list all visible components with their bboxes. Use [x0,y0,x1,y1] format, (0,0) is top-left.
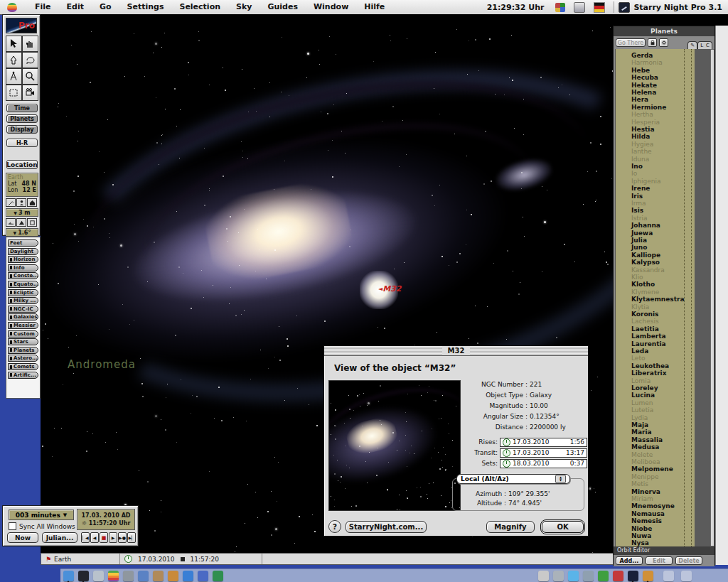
planets-list[interactable]: GerdaHarmoniaHebeHecubaHekateHelenaHeraH… [615,49,710,546]
planet-item-koronis[interactable]: Koronis [631,311,658,318]
menu-window[interactable]: Window [306,0,356,14]
horizon-flat-icon[interactable] [6,218,16,227]
alien-icon[interactable] [598,571,609,581]
planet-item-maria[interactable]: Maria [631,429,652,436]
planet-item-lydia[interactable]: Lydia [631,414,648,421]
planet-item-kalypso[interactable]: Kalypso [631,259,660,266]
layer-button-daylight[interactable]: Daylight [8,248,38,255]
layer-button-planets[interactable]: Planets [8,347,38,354]
apple-icon[interactable] [108,571,119,581]
status-datetime[interactable]: 17.03.2010 11:57:20 [120,554,262,564]
layer-button-ecliptic[interactable]: Ecliptic [8,289,38,296]
play-back-button[interactable]: ◀ [90,532,99,543]
layer-button-milky[interactable]: Milky ... [8,297,38,304]
coordinate-system-dropdown[interactable]: Local (Alt/Az) ▲▼ [456,474,570,484]
layer-button-comets[interactable]: Comets [8,363,38,370]
planet-item-irma[interactable]: Irma [631,200,646,207]
planet-item-julia[interactable]: Julia [631,237,647,244]
layer-button-messier[interactable]: Messier [8,322,38,329]
address-book-icon[interactable] [153,571,164,581]
planet-item-hestia[interactable]: Hestia [631,126,654,133]
planet-item-leukothea[interactable]: Leukothea [631,362,669,370]
planet-item-nuwa[interactable]: Nuwa [631,532,651,539]
menu-guides[interactable]: Guides [259,0,306,14]
toaster-icon[interactable] [538,571,549,581]
marker-tool-icon[interactable] [6,198,16,207]
disk-icon[interactable] [663,571,674,581]
stop-button[interactable]: ■ [100,532,108,543]
lc-column-tab[interactable]: LC [697,41,712,49]
website-button[interactable]: StarryNight.com... [346,521,427,533]
menu-hilfe[interactable]: Hilfe [356,0,392,14]
pointer-tool[interactable] [6,36,22,52]
movie-tool[interactable] [22,85,38,101]
menu-selection[interactable]: Selection [171,0,228,14]
planet-item-klytia[interactable]: Klytia [631,303,649,311]
compass-icon[interactable] [78,571,89,581]
planet-item-lumen[interactable]: Lumen [631,399,653,406]
planet-item-iduna[interactable]: Iduna [631,156,649,163]
panel-button-display[interactable]: Display [6,125,38,134]
elevation-dropdown[interactable]: ▼ 3 m [6,208,38,217]
planet-item-hecuba[interactable]: Hecuba [631,74,658,81]
planet-item-hebe[interactable]: Hebe [631,67,650,74]
planet-item-maja[interactable]: Maja [631,421,648,429]
planet-item-gerda[interactable]: Gerda [631,52,653,59]
layer-button-feet[interactable]: Feet [8,239,38,247]
planet-item-lomia[interactable]: Lomia [631,377,651,384]
planet-item-niobe[interactable]: Niobe [631,525,652,532]
planet-item-johanna[interactable]: Johanna [631,222,660,229]
planet-item-juno[interactable]: Juno [631,244,647,251]
planet-item-minerva[interactable]: Minerva [631,488,660,495]
planet-item-kassandra[interactable]: Kassandra [631,266,665,274]
planet-item-hekate[interactable]: Hekate [631,82,657,89]
active-app-name[interactable]: Starry Night Pro 3.1 [633,3,722,12]
planet-item-melete[interactable]: Melete [631,451,653,458]
layer-button-stars[interactable]: Stars [8,338,38,345]
planet-item-klymene[interactable]: Klymene [631,289,659,296]
time-interval-dropdown[interactable]: 003 minutes ▼ [9,510,74,520]
planet-item-menippe[interactable]: Menippe [631,473,658,480]
planet-item-metis[interactable]: Metis [631,480,648,487]
play-fast-button[interactable]: ▶● [118,532,127,543]
layer-button-equato[interactable]: Equato... [8,281,38,288]
device-icon[interactable] [583,571,594,581]
planet-item-klio[interactable]: Klio [631,274,643,281]
edit-column-tab[interactable]: ✎ [687,41,697,49]
layer-button-astero[interactable]: Astero... [8,355,38,362]
rotate-tool[interactable] [22,52,38,68]
planet-item-juewa[interactable]: Juewa [631,230,653,237]
menu-go[interactable]: Go [92,0,119,14]
planet-item-hertha[interactable]: Hertha [631,111,653,118]
planet-item-hesperia[interactable]: Hesperia [631,119,660,126]
panel-button-planets[interactable]: Planets [6,114,38,123]
planet-item-isis[interactable]: Isis [631,207,643,214]
magnify-button[interactable]: Magnify [486,521,535,533]
menu-file[interactable]: File [27,0,59,14]
planet-item-lachesis[interactable]: Lachesis [631,318,659,325]
planet-item-liberatrix[interactable]: Liberatrix [631,370,667,377]
planet-item-laetitia[interactable]: Laetitia [631,325,659,333]
planet-item-iris[interactable]: Iris [631,193,643,200]
event-time-box[interactable]: 17.03.20101:56 [500,438,587,447]
horizon-hills-icon[interactable] [16,218,26,227]
planet-item-kalliope[interactable]: Kalliope [631,252,660,259]
sync-checkbox[interactable] [9,522,16,530]
planet-item-hilda[interactable]: Hilda [631,133,650,140]
starry-night-icon[interactable] [628,571,638,581]
disc-burner-icon[interactable] [553,571,564,581]
dialog-titlebar[interactable]: M32 [324,346,588,356]
planet-item-meliboea[interactable]: Meliboea [631,458,660,465]
browser-icon[interactable] [183,571,193,581]
planet-item-nemausa[interactable]: Nemausa [631,510,665,517]
tray-puzzle-icon[interactable] [555,3,565,12]
photos-icon[interactable] [168,571,178,581]
layer-button-custom[interactable]: Custom [8,330,38,338]
layer-button-conste[interactable]: Conste... [8,272,38,279]
active-app-icon[interactable] [619,2,630,13]
gear-icon[interactable] [659,38,668,47]
menubar-clock[interactable]: 21:29:32 Uhr [487,3,545,12]
ati-icon[interactable] [613,571,623,581]
julian-button[interactable]: Julian... [42,532,77,543]
apple-menu-icon[interactable] [7,3,17,12]
